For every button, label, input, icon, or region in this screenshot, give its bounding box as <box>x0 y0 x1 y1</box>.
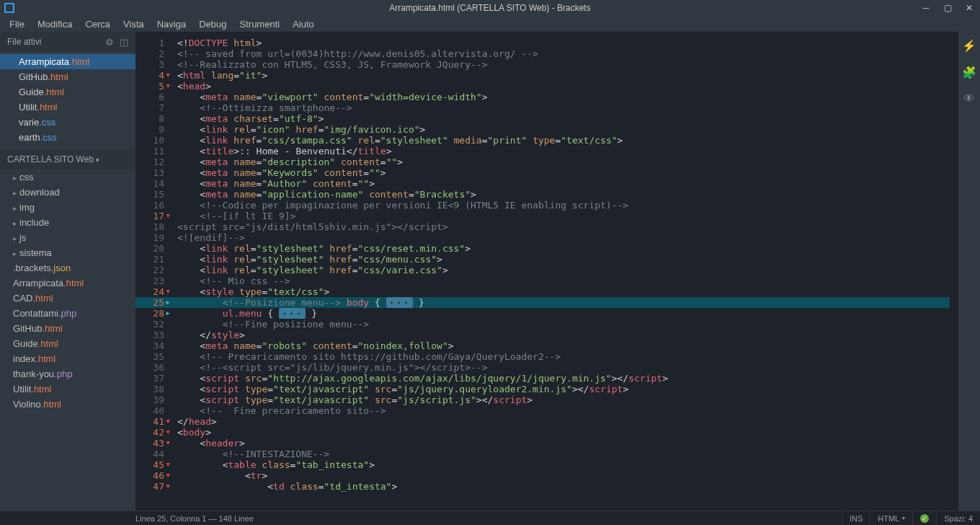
code-editor[interactable]: 1234▼5▼67891011121314151617▼181920212223… <box>135 32 958 511</box>
menubar: FileModificaCercaVistaNavigaDebugStrumen… <box>0 16 980 32</box>
titlebar: Arrampicata.html (CARTELLA SITO Web) - B… <box>0 0 980 16</box>
project-name: CARTELLA SITO Web <box>7 154 94 164</box>
menu-naviga[interactable]: Naviga <box>157 19 186 30</box>
folder-item[interactable]: download <box>0 185 135 200</box>
sidebar: File attivi ⚙ ◫ Arrampicata.htmlGitHub.h… <box>0 32 135 511</box>
menu-modifica[interactable]: Modifica <box>37 19 72 30</box>
working-files-label: File attivi <box>7 37 41 47</box>
working-files-header: File attivi ⚙ ◫ <box>0 32 135 52</box>
split-icon[interactable]: ◫ <box>120 37 128 48</box>
working-file[interactable]: GitHub.html <box>0 69 135 84</box>
project-header[interactable]: CARTELLA SITO Web ▾ <box>0 149 135 169</box>
file-item[interactable]: .brackets.json <box>0 260 135 275</box>
gear-icon[interactable]: ⚙ <box>105 37 114 48</box>
working-file[interactable]: varie.css <box>0 115 135 130</box>
cursor-position[interactable]: Linea 25, Colonna 1 — 148 Linee <box>0 514 254 523</box>
working-file[interactable]: Arrampicata.html <box>0 54 135 69</box>
eye-icon[interactable]: 👁 <box>963 92 975 105</box>
language-mode[interactable]: HTML ▾ <box>870 511 912 526</box>
code-area[interactable]: <!DOCTYPE html><!-- saved from url=(0034… <box>169 32 950 511</box>
working-file[interactable]: earth.css <box>0 130 135 145</box>
file-item[interactable]: index.html <box>0 351 135 366</box>
file-item[interactable]: Violino.html <box>0 397 135 412</box>
menu-aiuto[interactable]: Aiuto <box>293 19 314 30</box>
folder-item[interactable]: sistema <box>0 245 135 260</box>
close-button[interactable]: ✕ <box>958 0 980 16</box>
minimize-button[interactable]: ─ <box>915 0 937 16</box>
working-file[interactable]: Utilit.html <box>0 100 135 115</box>
gutter: 1234▼5▼67891011121314151617▼181920212223… <box>135 32 169 511</box>
working-files-list: Arrampicata.htmlGitHub.htmlGuide.htmlUti… <box>0 52 135 149</box>
file-item[interactable]: Utilit.html <box>0 381 135 397</box>
live-preview-icon[interactable]: ⚡ <box>962 39 976 53</box>
project-tree: cssdownloadimgincludejssistema.brackets.… <box>0 169 135 511</box>
insert-mode[interactable]: INS <box>842 511 870 526</box>
window-title: Arrampicata.html (CARTELLA SITO Web) - B… <box>0 3 980 13</box>
file-item[interactable]: Contattami.php <box>0 306 135 321</box>
extensions-icon[interactable]: 🧩 <box>962 66 976 79</box>
file-item[interactable]: Guide.html <box>0 336 135 351</box>
file-item[interactable]: Arrampicata.html <box>0 275 135 291</box>
menu-debug[interactable]: Debug <box>199 19 226 30</box>
file-item[interactable]: CAD.html <box>0 291 135 306</box>
maximize-button[interactable]: ▢ <box>937 0 958 16</box>
menu-cerca[interactable]: Cerca <box>85 19 110 30</box>
statusbar: Linea 25, Colonna 1 — 148 Linee INS HTML… <box>0 511 980 525</box>
file-item[interactable]: GitHub.html <box>0 321 135 336</box>
folder-item[interactable]: css <box>0 169 135 185</box>
menu-vista[interactable]: Vista <box>123 19 144 30</box>
lint-status[interactable]: ✓ <box>912 511 936 526</box>
menu-strumenti[interactable]: Strumenti <box>240 19 280 30</box>
file-item[interactable]: thank-you.php <box>0 366 135 381</box>
right-toolbar: ⚡ 🧩 👁 <box>958 32 980 511</box>
folder-item[interactable]: include <box>0 215 135 230</box>
folder-item[interactable]: js <box>0 230 135 245</box>
indent-mode[interactable]: Spazi: 4 <box>936 511 980 526</box>
working-file[interactable]: Guide.html <box>0 84 135 100</box>
folder-item[interactable]: img <box>0 200 135 215</box>
app-icon <box>4 3 14 13</box>
menu-file[interactable]: File <box>9 19 24 30</box>
